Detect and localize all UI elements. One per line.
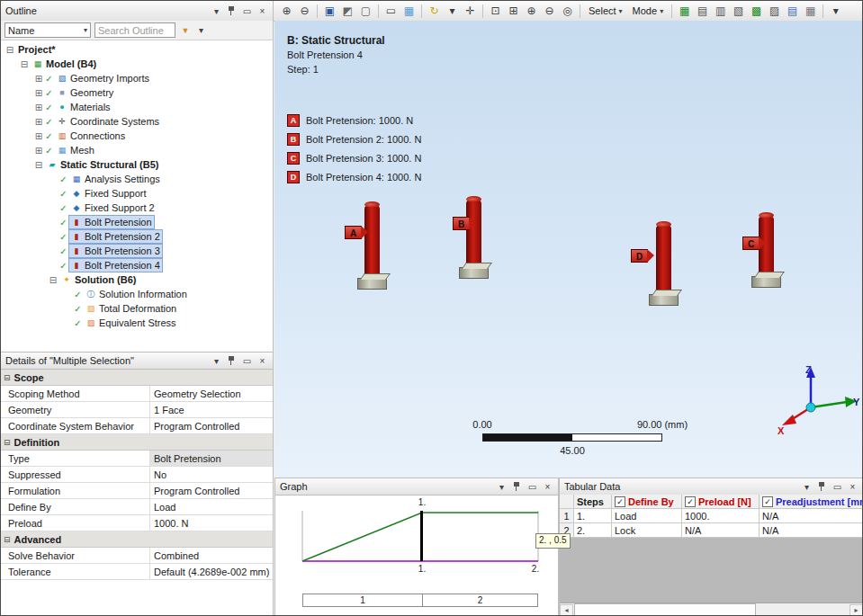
tabular-header-cell[interactable]: ✓Define By xyxy=(612,495,682,509)
tree-item[interactable]: ⊟▰Static Structural (B5) xyxy=(1,157,273,172)
chart-icon[interactable]: ▩ xyxy=(748,3,765,20)
filter-overflow-icon[interactable]: ▾ xyxy=(195,24,207,36)
select-menu[interactable]: Select▾ xyxy=(584,4,627,19)
copy-table-icon[interactable]: ▤ xyxy=(694,3,711,20)
isometric-view-icon[interactable]: ▣ xyxy=(321,3,338,20)
checkbox-checked-icon[interactable]: ✓ xyxy=(615,496,625,507)
expand-icon[interactable]: ⊞ xyxy=(33,117,44,127)
chevron-down-icon[interactable]: ▾ xyxy=(211,5,222,17)
maximize-icon[interactable]: ▭ xyxy=(832,481,843,493)
details-section-header[interactable]: ⊟Scope xyxy=(1,370,273,386)
tabular-cell[interactable]: 2. xyxy=(574,523,612,538)
tabular-cell[interactable]: 1 xyxy=(560,509,574,523)
details-section-header[interactable]: ⊟Definition xyxy=(1,434,273,451)
tabular-cell[interactable]: N/A xyxy=(760,523,863,538)
bolt-nut[interactable] xyxy=(751,276,781,288)
tree-item[interactable]: ✓▮Bolt Pretension xyxy=(1,215,273,229)
tabular-cell[interactable]: 1. xyxy=(574,509,612,523)
tree-item[interactable]: ✓▧Total Deformation xyxy=(1,301,273,316)
pin-icon[interactable] xyxy=(513,481,521,492)
tabular-cell[interactable]: N/A xyxy=(682,523,760,538)
generate-icon[interactable]: ↻ xyxy=(426,3,443,20)
bolt-shank[interactable] xyxy=(656,224,671,294)
tabular-cell[interactable]: Load xyxy=(612,509,682,523)
details-section-header[interactable]: ⊟Advanced xyxy=(1,531,273,548)
pin-icon[interactable] xyxy=(228,355,236,366)
details-property-value[interactable]: Program Controlled xyxy=(150,483,273,498)
generate-dropdown-icon[interactable]: ▾ xyxy=(444,3,461,20)
tree-item[interactable]: ✓ⓘSolution Information xyxy=(1,287,273,301)
pin-icon[interactable] xyxy=(228,5,236,16)
expand-icon[interactable]: ⊞ xyxy=(33,131,44,141)
details-property-value[interactable]: 1 Face xyxy=(150,402,273,417)
report-preview-icon[interactable]: ▤ xyxy=(784,3,801,20)
tree-item[interactable]: ✓▮Bolt Pretension 2 xyxy=(1,229,273,244)
tabular-cell[interactable]: 1000. xyxy=(682,509,760,523)
collapse-icon[interactable]: ⊟ xyxy=(4,45,15,55)
maximize-icon[interactable]: ▭ xyxy=(526,481,538,493)
graph-step-cell-1[interactable]: 1 xyxy=(302,594,423,607)
bolt-geometry-1[interactable] xyxy=(364,204,380,278)
tree-item[interactable]: ✓▮Bolt Pretension 4 xyxy=(1,258,273,272)
tree-item[interactable]: ⊟▦Model (B4) xyxy=(1,57,273,71)
bolt-shank[interactable] xyxy=(364,204,380,278)
chevron-down-icon[interactable]: ▾ xyxy=(801,481,813,493)
tree-item[interactable]: ⊞✓▥Connections xyxy=(1,129,273,143)
tabular-header-cell[interactable]: ✓Preadjustment [mm] xyxy=(760,495,863,509)
tabular-header-cell[interactable]: Steps xyxy=(574,495,612,509)
tree-item[interactable]: ⊞✓●Materials xyxy=(1,100,273,114)
details-property-value[interactable]: Program Controlled xyxy=(150,418,273,433)
tree-item[interactable]: ⊞✓■Geometry xyxy=(1,85,273,100)
collapse-icon[interactable]: ⊟ xyxy=(19,59,30,69)
close-icon[interactable]: × xyxy=(847,481,859,493)
close-icon[interactable]: × xyxy=(256,5,268,17)
viewport-3d[interactable]: B: Static Structural Bolt Pretension 4 S… xyxy=(274,21,863,478)
horizontal-scrollbar[interactable]: ◂ ▸ xyxy=(560,603,863,616)
graph-step-cell-2[interactable]: 2 xyxy=(422,594,538,607)
zoom-out-tool-icon[interactable]: ⊖ xyxy=(541,3,558,20)
chevron-down-icon[interactable]: ▾ xyxy=(211,355,222,367)
tabular-cell[interactable]: Lock xyxy=(612,523,682,538)
bolt-nut[interactable] xyxy=(459,267,489,279)
zoom-in-tool-icon[interactable]: ⊕ xyxy=(523,3,540,20)
maximize-icon[interactable]: ▭ xyxy=(241,355,253,367)
tree-item[interactable]: ⊞✓▦Mesh xyxy=(1,143,273,157)
magnifier-icon[interactable]: ◎ xyxy=(559,3,576,20)
pan-icon[interactable]: ✛ xyxy=(462,3,479,20)
graph-plot[interactable]: 1. 1. 2. xyxy=(275,495,558,597)
checkbox-checked-icon[interactable]: ✓ xyxy=(762,496,773,507)
tree-item[interactable]: ✓◆Fixed Support xyxy=(1,186,273,201)
bolt-shank[interactable] xyxy=(466,199,481,267)
zoom-fit-icon[interactable]: ⊞ xyxy=(505,3,522,20)
details-property-value[interactable]: Geometry Selection xyxy=(150,386,273,401)
pin-icon[interactable] xyxy=(818,481,826,492)
collapse-icon[interactable]: ⊟ xyxy=(33,160,44,170)
wireframe-icon[interactable]: ▭ xyxy=(382,3,400,20)
zoom-out-icon[interactable]: ⊖ xyxy=(296,3,313,20)
collapse-icon[interactable]: ⊟ xyxy=(4,373,11,382)
tree-item[interactable]: ⊟Project* xyxy=(1,42,273,57)
expand-all-icon[interactable]: ▼ xyxy=(179,26,192,35)
tabular-cell[interactable]: N/A xyxy=(760,509,863,523)
bolt-nut[interactable] xyxy=(649,294,679,306)
worksheet-icon[interactable]: ▦ xyxy=(676,3,693,20)
details-property-value[interactable]: Load xyxy=(150,499,273,514)
details-property-value[interactable]: 1000. N xyxy=(150,515,273,531)
zoom-in-icon[interactable]: ⊕ xyxy=(278,3,295,20)
name-filter-dropdown[interactable]: Name ▾ xyxy=(4,22,91,38)
tree-item[interactable]: ⊞✓✛Coordinate Systems xyxy=(1,114,273,129)
chevron-down-icon[interactable]: ▾ xyxy=(496,481,508,493)
image-capture-icon[interactable]: ▨ xyxy=(766,3,783,20)
paste-table-icon[interactable]: ▥ xyxy=(712,3,729,20)
scrollbar-thumb[interactable] xyxy=(574,603,756,616)
details-property-value[interactable]: Combined xyxy=(150,548,273,563)
zoom-box-icon[interactable]: ⊡ xyxy=(487,3,504,20)
orientation-triad[interactable]: Z Y X xyxy=(777,362,862,441)
details-property-value[interactable]: No xyxy=(150,467,273,482)
tree-item[interactable]: ✓▨Equivalent Stress xyxy=(1,316,273,330)
show-mesh-icon[interactable]: ▦ xyxy=(400,3,418,20)
close-icon[interactable]: × xyxy=(542,481,553,493)
search-outline-input[interactable] xyxy=(94,22,175,38)
tabular-header-cell[interactable]: ✓Preload [N] xyxy=(682,495,760,509)
expand-icon[interactable]: ⊞ xyxy=(33,103,44,112)
